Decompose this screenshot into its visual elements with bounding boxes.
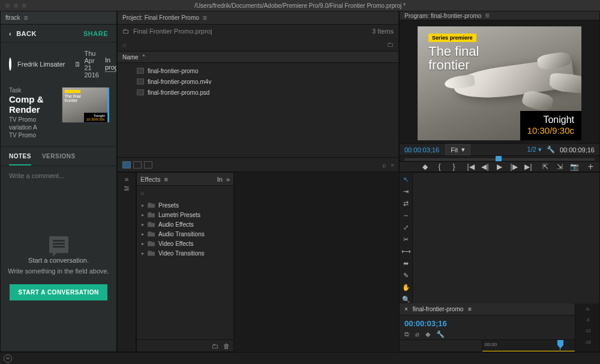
step-back-icon[interactable]: ◀|: [481, 163, 490, 171]
search-icon[interactable]: ⌕: [122, 41, 127, 48]
effects-folder[interactable]: ▸Lumetri Presets: [139, 210, 231, 219]
timeline-toolbar: ↖ ⇥ ⇄ ↔ ⤢ ✂ ⟷ ⬌ ✎ ✋ 🔍: [400, 173, 413, 303]
rate-stretch-tool-icon[interactable]: ⤢: [402, 223, 410, 231]
panel-menu-icon[interactable]: ≡: [23, 14, 28, 22]
panel-menu-icon[interactable]: ≡: [468, 306, 472, 312]
panel-menu-icon[interactable]: ≡: [485, 11, 489, 20]
clip-icon: [137, 89, 144, 95]
selection-tool-icon[interactable]: ↖: [402, 175, 410, 183]
chevron-left-icon: ‹: [9, 30, 11, 37]
find-icon[interactable]: ⌕: [382, 161, 386, 169]
freeform-view-icon[interactable]: [144, 161, 152, 169]
tab-notes[interactable]: NOTES: [9, 147, 31, 166]
audio-meter: -0- -6 -12 -18 -24 -30 -36 -42 -48 -54 -…: [575, 303, 600, 352]
chevron-right-icon[interactable]: »: [125, 175, 129, 183]
project-panel: Project: Final Frontier Promo ≡ 🗀 Final …: [117, 11, 399, 172]
linked-selection-icon[interactable]: ⌀: [415, 330, 419, 338]
new-item-icon[interactable]: ▫: [391, 161, 394, 169]
effects-folder[interactable]: ▸Presets: [139, 200, 231, 210]
back-button[interactable]: ‹ BACK: [9, 30, 37, 37]
zoom-tool-icon[interactable]: 🔍: [402, 295, 410, 303]
media-browser-label[interactable]: M: [124, 186, 130, 191]
program-timecode-current[interactable]: 00:00:03;16: [404, 146, 439, 154]
go-to-out-icon[interactable]: ▶|: [524, 163, 533, 171]
user-name: Fredrik Limsater: [17, 61, 65, 68]
project-view-switcher[interactable]: [122, 161, 152, 169]
slide-tool-icon[interactable]: ⬌: [402, 259, 410, 267]
project-item[interactable]: final-frontier-promo.m4v: [121, 76, 395, 87]
chevron-down-icon: ▾: [538, 146, 542, 153]
chevron-right-icon[interactable]: »: [226, 176, 230, 183]
avatar: [9, 58, 11, 71]
bin-icon: 🗀: [122, 27, 130, 35]
status-dropdown[interactable]: In progress: [105, 56, 117, 72]
comment-input[interactable]: [9, 172, 108, 179]
calendar-icon: 🗓: [74, 61, 81, 68]
play-icon[interactable]: ▶: [496, 163, 504, 171]
settings-icon[interactable]: 🔧: [547, 146, 555, 154]
sequence-tab[interactable]: final-frontier-promo: [413, 306, 463, 312]
playhead-icon[interactable]: [557, 340, 563, 348]
rolling-edit-tool-icon[interactable]: ↔: [402, 211, 410, 219]
go-to-in-icon[interactable]: |◀: [467, 163, 475, 171]
sequence-tab-close-icon[interactable]: ×: [404, 306, 408, 312]
effects-folder[interactable]: ▸Audio Effects: [139, 219, 231, 229]
tab-versions[interactable]: VERSIONS: [42, 147, 76, 166]
track-select-tool-icon[interactable]: ⇥: [402, 187, 410, 195]
ripple-edit-tool-icon[interactable]: ⇄: [402, 199, 410, 207]
snap-icon[interactable]: ⧉: [404, 330, 409, 338]
zoom-fit-dropdown[interactable]: Fit▾: [445, 144, 470, 155]
effects-folder[interactable]: ▸Video Transitions: [139, 248, 231, 258]
window-zoom-button[interactable]: [22, 3, 27, 8]
folder-icon: [148, 203, 155, 208]
pen-tool-icon[interactable]: ✎: [402, 271, 410, 279]
list-view-icon[interactable]: [122, 161, 131, 169]
share-button[interactable]: SHARE: [83, 30, 108, 37]
icon-view-icon[interactable]: [133, 161, 142, 169]
razor-tool-icon[interactable]: ✂: [402, 235, 410, 243]
new-bin-icon[interactable]: 🗀: [387, 41, 394, 48]
export-frame-icon[interactable]: 📷: [570, 163, 578, 171]
hand-tool-icon[interactable]: ✋: [402, 283, 410, 291]
ftrack-panel: ftrack ≡ ‹ BACK SHARE Fredrik Limsater 🗓…: [0, 11, 117, 352]
folder-icon: [148, 251, 155, 256]
mark-in-bracket-icon[interactable]: {: [436, 163, 444, 171]
task-thumbnail[interactable]: The finalfrontier Tonight10:30/9:30c: [62, 87, 108, 123]
timeline-timecode[interactable]: 00:00:03;16: [404, 319, 595, 328]
empty-state: Start a conversation. Write something in…: [1, 185, 116, 351]
creative-cloud-icon[interactable]: ∞: [4, 354, 12, 363]
overlay-badge: Series premiere: [428, 34, 476, 42]
program-monitor-panel: Program: final-frontier-promo ≡ Series p…: [399, 11, 600, 172]
task-info: Task Comp & Render TV Promo variation A …: [9, 87, 56, 139]
project-item[interactable]: final-frontier-promo: [121, 65, 395, 76]
timeline-settings-icon[interactable]: 🔧: [436, 330, 445, 338]
extract-icon[interactable]: ⇲: [556, 163, 564, 171]
start-conversation-button[interactable]: START A CONVERSATION: [10, 284, 107, 300]
button-editor-icon[interactable]: +: [588, 161, 593, 172]
add-marker-icon[interactable]: ◆: [425, 330, 430, 338]
clip-icon: [137, 79, 144, 85]
new-bin-icon[interactable]: 🗀: [212, 342, 218, 350]
program-video-preview[interactable]: Series premiere The final frontier Tonig…: [418, 26, 581, 140]
search-icon[interactable]: ⌕: [140, 189, 145, 196]
folder-icon: [148, 241, 155, 246]
disclosure-triangle-icon: ▸: [142, 203, 144, 208]
mark-in-icon[interactable]: ◆: [421, 163, 430, 171]
slip-tool-icon[interactable]: ⟷: [402, 247, 410, 255]
effects-folder[interactable]: ▸Audio Transitions: [139, 229, 231, 239]
info-tab-stub[interactable]: In: [217, 176, 223, 183]
lift-icon[interactable]: ⇱: [541, 163, 550, 171]
window-close-button[interactable]: [5, 3, 10, 8]
step-forward-icon[interactable]: |▶: [510, 163, 518, 171]
mark-out-bracket-icon[interactable]: }: [450, 163, 458, 171]
panel-menu-icon[interactable]: ≡: [164, 176, 167, 183]
window-minimize-button[interactable]: [13, 3, 19, 8]
program-scrub-bar[interactable]: [400, 155, 599, 161]
resolution-dropdown[interactable]: 1/2 ▾: [527, 146, 542, 154]
project-column-header[interactable]: Name ˄: [118, 51, 398, 63]
delete-icon[interactable]: 🗑: [223, 342, 230, 350]
task-date: 🗓Thu Apr 21 2016: [74, 50, 98, 79]
project-item[interactable]: final-frontier-promo.psd: [121, 87, 395, 98]
effects-folder[interactable]: ▸Video Effects: [139, 239, 231, 248]
panel-menu-icon[interactable]: ≡: [203, 14, 207, 22]
